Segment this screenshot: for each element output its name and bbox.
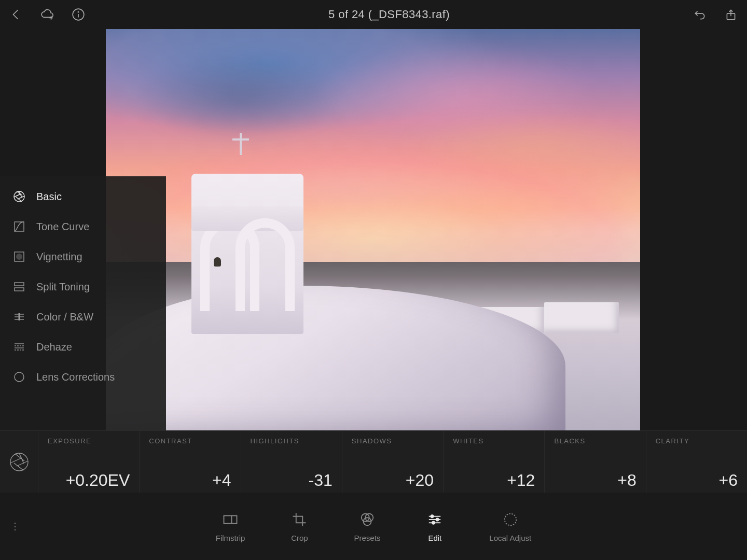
panel-item-vignette[interactable]: Vignetting [0,242,166,272]
lens-icon [12,370,26,384]
top-bar: 5 of 24 (_DSF8343.raf) [0,0,747,29]
more-button[interactable]: ⋮ [0,521,31,532]
slider-label: WHITES [453,437,535,445]
vignette-icon [12,250,26,263]
window-title: 5 of 24 (_DSF8343.raf) [85,8,693,21]
dehaze-icon [12,340,26,354]
tool-label: Local Adjust [489,534,531,542]
curve-icon [12,220,26,233]
crop-icon [290,511,308,528]
panel-item-label: Split Toning [36,281,90,293]
slider-value: +12 [453,472,535,488]
slider-value: +8 [554,472,636,488]
panel-item-label: Basic [36,191,62,203]
edit-panel: BasicTone CurveVignettingSplit ToningCol… [0,176,166,430]
bottom-toolbar: ⋮ FilmstripCropPresetsEditLocal Adjust [0,493,747,560]
info-icon [72,8,85,21]
colorbw-icon [12,310,26,324]
panel-item-colorbw[interactable]: Color / B&W [0,302,166,332]
slider-shadows[interactable]: SHADOWS+20 [342,431,444,493]
panel-item-aperture[interactable]: Basic [0,181,166,212]
info-button[interactable] [72,8,85,21]
image-canvas[interactable] [106,29,640,430]
panel-item-label: Dehaze [36,341,72,353]
slider-label: SHADOWS [352,437,434,445]
panel-item-label: Lens Corrections [36,371,115,383]
svg-rect-12 [15,288,24,291]
svg-point-34 [505,513,517,525]
slider-blacks[interactable]: BLACKS+8 [545,431,646,493]
svg-point-4 [78,11,78,12]
photo-preview [106,29,640,430]
slider-label: BLACKS [554,437,636,445]
svg-point-33 [432,521,435,524]
tool-label: Crop [291,534,308,542]
slider-value: +4 [149,472,231,488]
svg-point-21 [15,372,24,382]
aperture-icon [9,452,30,472]
back-button[interactable] [9,8,23,21]
edit-icon [426,511,444,528]
slider-label: EXPOSURE [48,437,130,445]
aperture-icon [12,190,26,203]
panel-item-label: Color / B&W [36,311,93,323]
panel-item-dehaze[interactable]: Dehaze [0,332,166,362]
localadjust-icon [502,511,519,528]
slider-value: +0.20EV [48,472,130,488]
slider-label: CONTRAST [149,437,231,445]
share-button[interactable] [724,8,738,21]
svg-point-31 [431,515,434,517]
slider-whites[interactable]: WHITES+12 [444,431,545,493]
tool-presets[interactable]: Presets [354,511,380,542]
slider-clarity[interactable]: CLARITY+6 [646,431,747,493]
panel-item-lens[interactable]: Lens Corrections [0,362,166,392]
cloud-add-icon [40,8,54,21]
slider-value: +6 [656,472,738,488]
presets-icon [358,511,376,528]
slider-highlights[interactable]: HIGHLIGHTS-31 [241,431,342,493]
slider-label: CLARITY [656,437,738,445]
share-icon [724,8,738,21]
tool-crop[interactable]: Crop [290,511,308,542]
slider-strip: EXPOSURE+0.20EVCONTRAST+4HIGHLIGHTS-31SH… [0,430,747,493]
tool-filmstrip[interactable]: Filmstrip [216,511,245,542]
basic-panel-toggle[interactable] [0,431,38,493]
filmstrip-icon [222,511,239,528]
tool-edit[interactable]: Edit [426,511,444,542]
tool-label: Edit [428,534,441,542]
tool-label: Filmstrip [216,534,245,542]
split-icon [12,280,26,293]
tool-localadjust[interactable]: Local Adjust [489,511,531,542]
chevron-left-icon [9,8,23,21]
panel-item-curve[interactable]: Tone Curve [0,212,166,242]
panel-item-label: Tone Curve [36,221,89,233]
svg-rect-11 [15,283,24,286]
svg-point-10 [16,254,22,260]
svg-point-32 [436,518,439,521]
slider-value: -31 [251,472,333,488]
panel-item-label: Vignetting [36,251,82,263]
undo-icon [693,8,707,21]
slider-contrast[interactable]: CONTRAST+4 [140,431,241,493]
slider-value: +20 [352,472,434,488]
cloud-add-button[interactable] [40,8,54,21]
panel-item-split[interactable]: Split Toning [0,272,166,302]
tool-label: Presets [354,534,380,542]
slider-label: HIGHLIGHTS [251,437,333,445]
svg-rect-23 [224,515,237,523]
undo-button[interactable] [693,8,707,21]
slider-exposure[interactable]: EXPOSURE+0.20EV [38,431,140,493]
